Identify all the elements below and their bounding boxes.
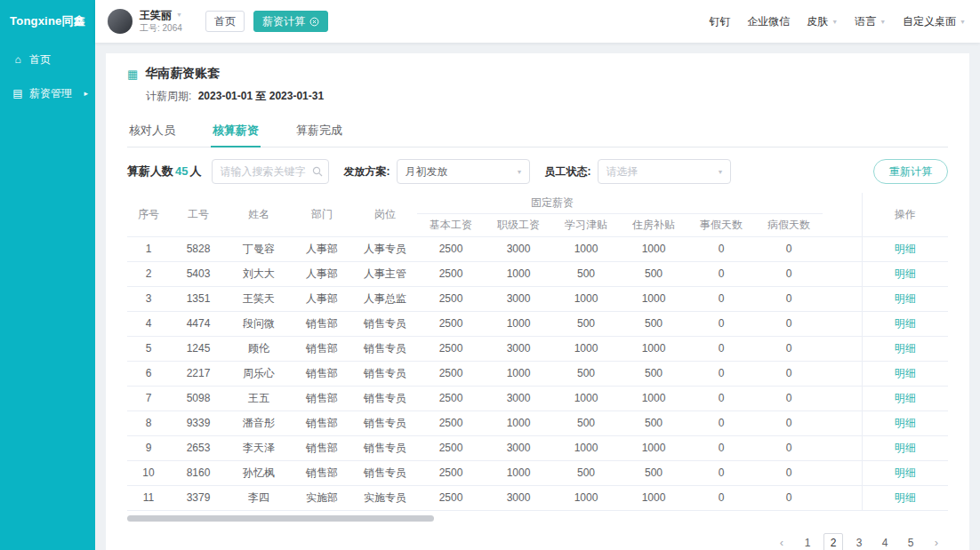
table-cell: 1000 — [552, 485, 620, 510]
table-row: 62217周乐心销售部销售专员2500100050050000明细 — [127, 361, 948, 386]
table-cell: 2 — [127, 261, 170, 286]
detail-link[interactable]: 明细 — [895, 466, 916, 479]
sidebar-item-label: 薪资管理 — [29, 86, 72, 101]
detail-link[interactable]: 明细 — [895, 442, 916, 454]
pagination-page-4[interactable]: 4 — [875, 533, 895, 550]
page-title-text: 华南薪资账套 — [145, 66, 220, 82]
detail-link[interactable]: 明细 — [895, 267, 916, 280]
plan-select[interactable]: 月初发放 ▼ — [397, 159, 530, 184]
table-cell: 5098 — [170, 386, 227, 411]
chevron-down-icon: ▼ — [960, 19, 966, 25]
table-cell: 1000 — [552, 236, 620, 261]
col-header-personal-leave: 事假天数 — [687, 213, 755, 236]
topbar-link-wecom[interactable]: 企业微信 — [747, 14, 790, 29]
table-cell-spacer — [823, 485, 862, 510]
col-header-name: 姓名 — [227, 193, 291, 236]
home-icon: ⌂ — [12, 53, 24, 66]
table-cell: 0 — [687, 286, 755, 311]
headcount-label: 算薪人数 — [127, 164, 173, 178]
table-cell: 0 — [755, 460, 823, 485]
table-cell: 0 — [687, 485, 755, 510]
col-header-actions: 操作 — [862, 193, 948, 236]
nav-tag-salary-calc[interactable]: 薪资计算 — [253, 11, 328, 32]
app-logo: Tongxine同鑫 — [0, 0, 95, 43]
table-cell: 2500 — [417, 460, 485, 485]
user-menu[interactable]: 王笑丽 ▼ 工号: 2064 — [140, 9, 182, 35]
table-row: 108160孙忆枫销售部销售专员2500100050050000明细 — [127, 460, 948, 485]
table-cell: 李天泽 — [227, 435, 291, 460]
close-icon[interactable] — [309, 17, 319, 27]
table-cell: 3 — [127, 286, 170, 311]
table-cell: 销售部 — [291, 460, 353, 485]
detail-link[interactable]: 明细 — [895, 342, 916, 355]
avatar[interactable] — [108, 9, 133, 34]
topbar-link-label: 钉钉 — [709, 14, 730, 29]
nav-tag-home[interactable]: 首页 — [205, 11, 245, 32]
table-cell: 1000 — [485, 261, 552, 286]
detail-link[interactable]: 明细 — [895, 491, 916, 504]
status-select[interactable]: 请选择 ▼ — [598, 159, 731, 184]
topbar-link-label: 企业微信 — [747, 14, 790, 29]
table-cell: 销售专员 — [353, 460, 417, 485]
pagination-next[interactable]: › — [927, 533, 946, 550]
table-cell: 周乐心 — [227, 361, 291, 386]
table-row: 44474段问微销售部销售专员2500100050050000明细 — [127, 311, 948, 336]
tab-calc-salary[interactable]: 核算薪资 — [211, 115, 261, 147]
col-header-empty — [687, 193, 823, 213]
table-cell: 1000 — [552, 435, 620, 460]
headcount: 算薪人数45人 — [127, 163, 201, 179]
sidebar-item-salary-management[interactable]: ▤薪资管理▸ — [0, 76, 95, 110]
pagination-page-1[interactable]: 1 — [798, 533, 817, 550]
detail-link[interactable]: 明细 — [895, 243, 916, 255]
topbar-link-dingtalk[interactable]: 钉钉 — [709, 14, 730, 29]
sidebar-item-home[interactable]: ⌂首页 — [0, 43, 95, 76]
table-cell: 0 — [755, 311, 823, 336]
table-cell: 2653 — [170, 435, 227, 460]
table-cell: 销售专员 — [353, 411, 417, 435]
detail-link[interactable]: 明细 — [895, 367, 916, 379]
salary-icon: ▤ — [12, 87, 24, 100]
pagination-page-3[interactable]: 3 — [849, 533, 869, 550]
pagination-page-5[interactable]: 5 — [901, 533, 920, 550]
topbar-link-custom-desktop[interactable]: 自定义桌面▼ — [903, 14, 966, 29]
tab-check-staff[interactable]: 核对人员 — [127, 115, 177, 147]
chevron-down-icon: ▼ — [831, 19, 838, 25]
pagination-page-2[interactable]: 2 — [823, 533, 843, 550]
table-cell-spacer — [823, 361, 862, 386]
table-cell: 段问微 — [227, 311, 291, 336]
table-cell: 0 — [755, 361, 823, 386]
table-row: 15828丁曼容人事部人事专员250030001000100000明细 — [127, 236, 948, 261]
detail-link[interactable]: 明细 — [895, 417, 916, 429]
table-cell: 2500 — [417, 361, 485, 386]
user-employee-id: 工号: 2064 — [140, 23, 182, 35]
table-cell-actions: 明细 — [862, 261, 948, 286]
detail-link[interactable]: 明细 — [895, 292, 916, 305]
table-cell: 500 — [620, 411, 687, 435]
table-cell-actions: 明细 — [862, 386, 948, 411]
table-cell: 人事总监 — [353, 286, 417, 311]
table-cell: 2500 — [417, 261, 485, 286]
status-label: 员工状态: — [544, 164, 590, 179]
table-cell: 0 — [755, 386, 823, 411]
sidebar-item-label: 首页 — [29, 52, 51, 68]
table-cell: 3000 — [485, 336, 552, 361]
table-cell-spacer — [823, 336, 862, 361]
table-cell: 500 — [620, 361, 687, 386]
tab-calc-done[interactable]: 算薪完成 — [294, 115, 344, 147]
salary-card: ▦ 华南薪资账套 计薪周期: 2023-01-01 至 2023-01-31 核… — [106, 53, 969, 550]
topbar-link-language[interactable]: 语言▼ — [855, 14, 886, 29]
table-cell: 销售专员 — [353, 386, 417, 411]
topbar-link-skin[interactable]: 皮肤▼ — [807, 14, 838, 29]
plan-label: 发放方案: — [343, 164, 390, 179]
detail-link[interactable]: 明细 — [895, 392, 916, 404]
detail-link[interactable]: 明细 — [895, 317, 916, 330]
recalculate-button[interactable]: 重新计算 — [873, 159, 948, 184]
table-row: 75098王五销售部销售专员250030001000100000明细 — [127, 386, 948, 411]
table-cell-actions: 明细 — [862, 336, 948, 361]
table-cell: 1000 — [620, 485, 687, 510]
scrollbar-thumb[interactable] — [127, 515, 434, 522]
chevron-down-icon: ▼ — [880, 19, 886, 25]
pagination-prev[interactable]: ‹ — [772, 533, 791, 550]
table-cell: 500 — [552, 460, 620, 485]
table-cell-actions: 明细 — [862, 460, 948, 485]
